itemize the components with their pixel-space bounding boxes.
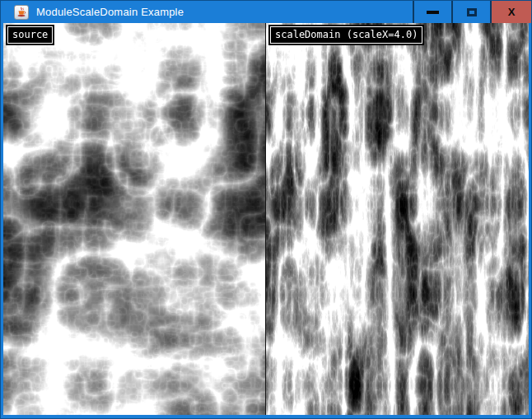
- panel-scaledomain: scaleDomain (scaleX=4.0): [265, 23, 529, 415]
- maximize-icon: [467, 8, 477, 16]
- app-window: ModuleScaleDomain Example X source scale…: [0, 0, 532, 419]
- titlebar[interactable]: ModuleScaleDomain Example X: [1, 1, 531, 23]
- maximize-button[interactable]: [451, 1, 490, 23]
- java-coffee-cup-icon: [14, 5, 29, 20]
- panel-label-scaledomain: scaleDomain (scaleX=4.0): [270, 26, 422, 44]
- source-noise-canvas: [3, 23, 265, 415]
- panel-source: source: [3, 23, 265, 415]
- window-title: ModuleScaleDomain Example: [36, 6, 184, 18]
- close-icon: X: [508, 7, 516, 17]
- close-button[interactable]: X: [490, 1, 531, 23]
- window-controls: X: [413, 1, 531, 23]
- minimize-icon: [427, 11, 439, 14]
- scaledomain-noise-canvas: [266, 23, 529, 415]
- minimize-button[interactable]: [413, 1, 451, 23]
- content-area: source scaleDomain (scaleX=4.0): [3, 23, 529, 415]
- panel-label-source: source: [7, 26, 53, 44]
- coffee-cup-glyph: [16, 7, 27, 18]
